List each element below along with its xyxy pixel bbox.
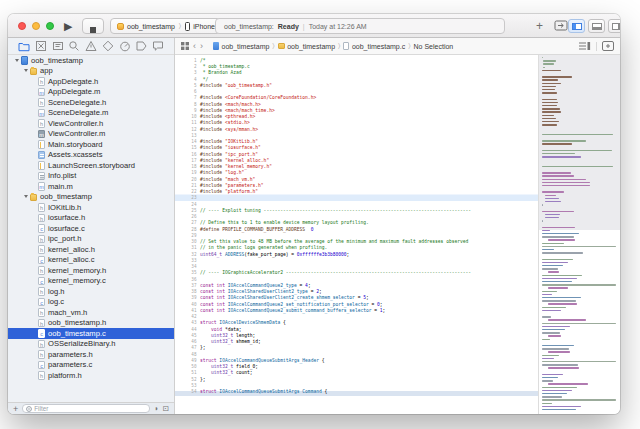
minimap-line xyxy=(542,387,577,388)
c-file-icon: c xyxy=(38,298,45,307)
tab-report-navigator[interactable] xyxy=(152,40,164,52)
tree-item-log-c[interactable]: clog.c xyxy=(8,297,174,308)
tree-item-scenedelegate-m[interactable]: mSceneDelegate.m xyxy=(8,108,174,119)
breadcrumb-group[interactable]: oob_timestamp xyxy=(287,43,335,50)
run-button[interactable]: ▶ xyxy=(64,18,72,34)
minimap-line xyxy=(542,300,576,301)
tree-item-parameters-h[interactable]: hparameters.h xyxy=(8,349,174,360)
related-items-button[interactable] xyxy=(181,42,189,50)
tab-project-navigator[interactable] xyxy=(18,40,30,52)
tab-debug-navigator[interactable] xyxy=(119,40,131,52)
tree-item-parameters-c[interactable]: cparameters.c xyxy=(8,360,174,371)
source-editor[interactable]: 1/*2 * oob_timestamp.c3 * Brandon Azad4 … xyxy=(175,55,538,414)
tree-item-label: oob_timestamp xyxy=(31,56,83,65)
scheme-selector[interactable]: oob_timestamp 〉 iPhone xyxy=(110,18,222,34)
tree-item-osserializebinary-h[interactable]: hOSSerializeBinary.h xyxy=(8,339,174,350)
code-line-54: 54struct IOAccelCommandQueueSubmitArgs_C… xyxy=(175,388,538,394)
tree-item-viewcontroller-m[interactable]: mViewController.m xyxy=(8,129,174,140)
add-file-button[interactable]: + xyxy=(13,404,18,414)
source-control-filter-button[interactable]: ⊡ xyxy=(163,404,169,414)
minimap-line xyxy=(542,172,571,173)
breadcrumb-selection[interactable]: No Selection xyxy=(414,43,454,50)
breadcrumb-project[interactable]: oob_timestamp xyxy=(222,43,270,50)
tree-item-app[interactable]: app xyxy=(8,66,174,77)
stop-button[interactable] xyxy=(82,18,104,34)
tree-item-info-plist[interactable]: Info.plist xyxy=(8,171,174,182)
code-lines: 1/*2 * oob_timestamp.c3 * Brandon Azad4 … xyxy=(175,57,538,395)
tab-test-navigator[interactable] xyxy=(102,40,114,52)
minimap-line xyxy=(548,319,586,320)
tree-item-log-h[interactable]: hlog.h xyxy=(8,286,174,297)
minimap-line xyxy=(542,143,572,144)
go-forward-button[interactable]: › xyxy=(200,41,203,51)
minimap-line xyxy=(542,92,557,93)
library-add-button[interactable]: + xyxy=(536,18,543,34)
minimap-line xyxy=(542,233,579,234)
tree-item-oob-timestamp-h[interactable]: hoob_timestamp.h xyxy=(8,318,174,329)
tree-item-launchscreen-storyboard[interactable]: LaunchScreen.storyboard xyxy=(8,160,174,171)
tab-source-control-navigator[interactable] xyxy=(35,40,47,52)
editor-minimap[interactable] xyxy=(538,55,620,414)
disclosure-triangle-icon[interactable] xyxy=(24,69,28,72)
tree-item-kernel-alloc-h[interactable]: hkernel_alloc.h xyxy=(8,244,174,255)
minimap-line xyxy=(548,383,588,384)
breadcrumb-separator: 〉 xyxy=(408,42,410,50)
tree-item-oob-timestamp[interactable]: oob_timestamp xyxy=(8,55,174,66)
disclosure-triangle-icon[interactable] xyxy=(24,195,28,198)
toggle-inspectors-button[interactable] xyxy=(608,19,620,33)
minimap-line xyxy=(548,303,577,304)
disclosure-triangle-icon[interactable] xyxy=(15,59,19,62)
recent-files-filter-button[interactable]: ◗ xyxy=(154,404,159,414)
filter-icon xyxy=(26,406,32,412)
add-editor-button[interactable] xyxy=(602,41,614,51)
minimap-line xyxy=(542,307,566,308)
tab-breakpoint-navigator[interactable] xyxy=(135,40,147,52)
minimap-line xyxy=(548,271,559,272)
tree-item-viewcontroller-h[interactable]: hViewController.h xyxy=(8,118,174,129)
header-file-icon: h xyxy=(38,287,45,296)
tree-item-main-m[interactable]: mmain.m xyxy=(8,181,174,192)
tree-item-platform-h[interactable]: hplatform.h xyxy=(8,370,174,381)
close-window-button[interactable] xyxy=(18,22,26,30)
filter-field[interactable]: Filter xyxy=(22,404,150,413)
tree-item-kernel-alloc-c[interactable]: ckernel_alloc.c xyxy=(8,255,174,266)
add-editor-icon xyxy=(602,41,614,51)
tree-item-label: ViewController.h xyxy=(48,119,103,128)
tree-item-oob-timestamp[interactable]: oob_timestamp xyxy=(8,192,174,203)
minimize-window-button[interactable] xyxy=(32,22,40,30)
tree-item-scenedelegate-h[interactable]: hSceneDelegate.h xyxy=(8,97,174,108)
code-review-button[interactable] xyxy=(554,20,568,31)
minimap-line xyxy=(542,281,572,282)
tree-item-kernel-memory-h[interactable]: hkernel_memory.h xyxy=(8,265,174,276)
c-file-icon: c xyxy=(38,277,45,286)
tree-item-iosurface-c[interactable]: ciosurface.c xyxy=(8,223,174,234)
minimap-line xyxy=(542,339,550,340)
tree-item-iokitlib-h[interactable]: hIOKitLib.h xyxy=(8,202,174,213)
toggle-navigator-button[interactable] xyxy=(568,19,585,33)
objc-file-icon: m xyxy=(38,182,45,191)
zoom-window-button[interactable] xyxy=(46,22,54,30)
tree-item-appdelegate-h[interactable]: hAppDelegate.h xyxy=(8,76,174,87)
tree-item-appdelegate-m[interactable]: mAppDelegate.m xyxy=(8,87,174,98)
tree-item-kernel-memory-c[interactable]: ckernel_memory.c xyxy=(8,276,174,287)
tree-item-iosurface-h[interactable]: hiosurface.h xyxy=(8,213,174,224)
toggle-debug-area-button[interactable] xyxy=(588,19,605,33)
tree-item-assets-xcassets[interactable]: Assets.xcassets xyxy=(8,150,174,161)
tree-item-ipc-port-h[interactable]: hipc_port.h xyxy=(8,234,174,245)
tree-item-main-storyboard[interactable]: Main.storyboard xyxy=(8,139,174,150)
tree-item-oob-timestamp-c[interactable]: coob_timestamp.c xyxy=(8,328,174,339)
tree-item-mach-vm-h[interactable]: hmach_vm.h xyxy=(8,307,174,318)
minimap-line xyxy=(542,316,551,317)
minimap-line xyxy=(542,294,552,295)
minimap-line xyxy=(542,243,564,244)
go-back-button[interactable]: ‹ xyxy=(193,41,196,51)
tab-issue-navigator[interactable] xyxy=(85,40,97,52)
header-file-icon: h xyxy=(38,77,45,86)
header-file-icon: h xyxy=(38,119,45,128)
tab-find-navigator[interactable] xyxy=(68,40,80,52)
source-doc-icon xyxy=(343,42,349,50)
breadcrumb-file[interactable]: oob_timestamp.c xyxy=(352,43,405,50)
objc-file-icon: m xyxy=(38,109,45,118)
tab-symbol-navigator[interactable] xyxy=(52,40,64,52)
adjust-editor-options-button[interactable] xyxy=(578,41,591,51)
